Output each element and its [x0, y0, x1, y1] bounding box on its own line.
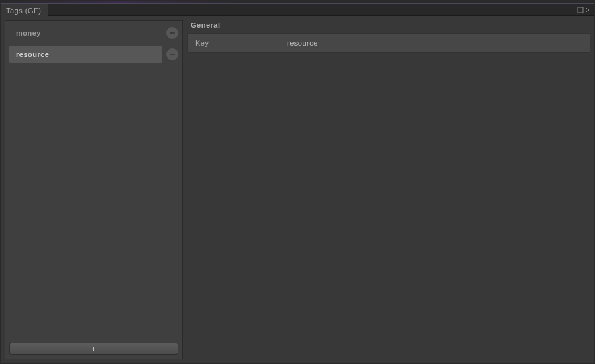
minus-icon: [170, 32, 175, 34]
section-header-general: General: [187, 20, 590, 33]
property-row-key: Key resource: [187, 33, 590, 53]
tab-title: Tags (GF): [6, 7, 41, 15]
tag-list: money resource: [9, 24, 178, 340]
tag-item-money[interactable]: money: [9, 24, 162, 42]
property-value-key[interactable]: resource: [287, 39, 582, 47]
window-controls: [577, 4, 594, 15]
main-area: money resource +: [1, 16, 594, 363]
remove-tag-button[interactable]: [166, 27, 178, 39]
plus-icon: +: [91, 344, 97, 354]
property-label: Key: [195, 39, 282, 47]
tag-row: resource: [9, 46, 178, 63]
tag-label: resource: [16, 50, 49, 58]
tag-item-resource[interactable]: resource: [9, 46, 162, 63]
tab-bar: Tags (GF): [1, 4, 594, 16]
maximize-icon[interactable]: [577, 7, 584, 13]
close-icon[interactable]: [585, 7, 592, 13]
tab-tags[interactable]: Tags (GF): [1, 4, 48, 16]
remove-tag-button[interactable]: [166, 48, 178, 60]
minus-icon: [170, 54, 175, 55]
add-tag-button[interactable]: +: [9, 343, 178, 355]
tags-window: Tags (GF) money: [0, 0, 595, 364]
tag-label: money: [16, 29, 41, 37]
tag-row: money: [9, 24, 178, 42]
tag-list-panel: money resource +: [5, 20, 183, 359]
svg-rect-0: [578, 7, 583, 13]
details-panel: General Key resource: [187, 20, 590, 359]
